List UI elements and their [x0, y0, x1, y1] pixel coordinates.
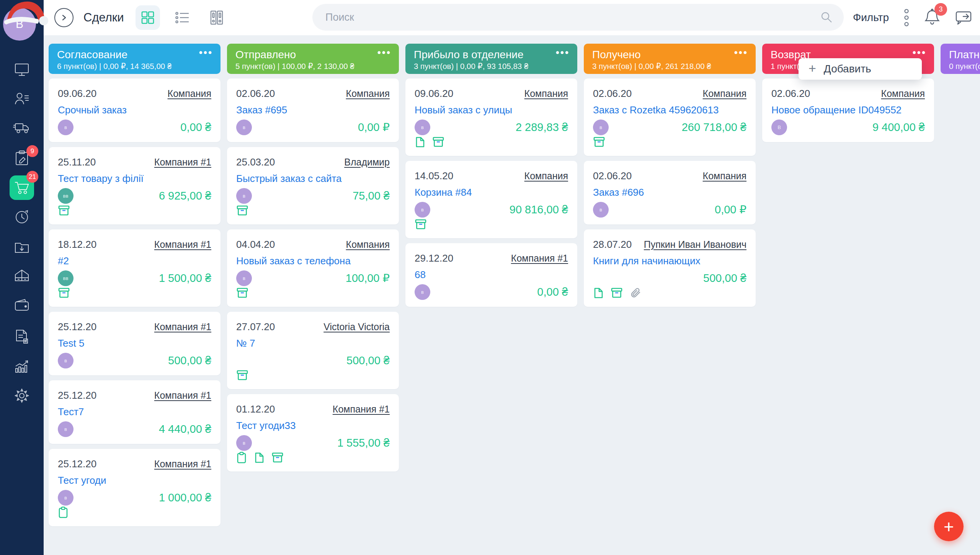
sidebar-item-documents[interactable]	[0, 328, 44, 347]
sidebar-item-history[interactable]	[0, 209, 44, 226]
column-header[interactable]: Прибыло в отделение 3 пункт(ов) | 0,00 ₽…	[405, 44, 577, 74]
file-icon	[415, 136, 425, 150]
view-kanban-button[interactable]	[136, 5, 160, 30]
deal-card[interactable]: 25.11.20 Компания #1 Тест товару з філії…	[49, 147, 220, 224]
company-link[interactable]: Компания	[168, 88, 211, 99]
kebab-menu-icon[interactable]	[903, 9, 910, 26]
deal-card[interactable]: 25.03.20 Владимир Быстрый заказ с сайта …	[227, 147, 399, 224]
deal-date: 01.12.20	[236, 403, 275, 415]
sidebar-item-inbox[interactable]	[0, 239, 44, 256]
deal-card[interactable]: 09.06.20 Компания Новый заказ с улицы в2…	[405, 79, 577, 156]
sidebar-item-warehouse[interactable]	[0, 267, 44, 285]
company-link[interactable]: Компания	[346, 88, 390, 99]
deal-title-link[interactable]: Тест товару з філії	[58, 173, 211, 185]
view-list-button[interactable]	[170, 5, 194, 30]
column-header[interactable]: Получено 3 пункт(ов) | 0,00 ₽, 261 218,0…	[584, 44, 756, 74]
filter-button[interactable]: Фильтр	[853, 11, 889, 24]
column-menu-icon[interactable]: •••	[556, 51, 570, 54]
deal-card[interactable]: 25.12.20 Компания #1 Тест угоди в1 000,0…	[49, 449, 220, 526]
deal-title-link[interactable]: Тест угоди33	[236, 420, 390, 432]
binders-icon	[209, 10, 224, 25]
company-link[interactable]: Пупкин Иван Иванович	[644, 239, 746, 250]
sidebar-item-orders[interactable]: 21	[0, 175, 44, 200]
deal-title-link[interactable]: Новый заказ с улицы	[415, 104, 568, 116]
deal-card[interactable]: 27.07.20 Victoria Victoria № 7 500,00 ₴	[227, 312, 399, 389]
deal-date: 29.12.20	[415, 252, 453, 264]
collapse-sidebar-button[interactable]	[54, 8, 74, 27]
deal-title-link[interactable]: 68	[415, 269, 568, 281]
deal-card[interactable]: 02.06.20 Компания Заказ #695 в0,00 ₽	[227, 79, 399, 142]
column-menu-icon[interactable]: •••	[377, 51, 391, 54]
archive-icon	[236, 370, 248, 383]
company-link[interactable]: Компания #1	[333, 404, 390, 415]
company-link[interactable]: Компания	[346, 239, 390, 250]
company-link[interactable]: Компания #1	[154, 321, 211, 332]
deal-title-link[interactable]: Новое обращение ID049552	[771, 104, 925, 116]
deal-card[interactable]: 25.12.20 Компания #1 Test 5 в500,00 ₴	[49, 312, 220, 375]
sidebar-item-payments[interactable]	[0, 298, 44, 314]
company-link[interactable]: Victoria Victoria	[323, 321, 390, 332]
deal-title-link[interactable]: Новый заказ с телефона	[236, 255, 390, 267]
company-link[interactable]: Компания #1	[154, 239, 211, 250]
deal-card[interactable]: 14.05.20 Компания Корзина #84 в90 816,00…	[405, 161, 577, 238]
company-link[interactable]: Владимир	[344, 157, 390, 168]
search-input[interactable]	[312, 11, 820, 23]
deal-card[interactable]: 09.06.20 Компания Срочный заказ в0,00 ₴	[49, 79, 220, 142]
deal-amount: 0,00 ₴	[537, 286, 568, 298]
sidebar-item-tasks[interactable]: 9	[0, 150, 44, 168]
deal-title-link[interactable]: #2	[58, 255, 211, 267]
company-link[interactable]: Компания	[703, 170, 746, 182]
deal-card[interactable]: 02.06.20 Компания Заказ с Rozetka 459620…	[584, 79, 756, 156]
deal-card[interactable]: 29.12.20 Компания #1 68 в0,00 ₴	[405, 243, 577, 307]
deal-title-link[interactable]: Тест угоди	[58, 475, 211, 486]
deal-title-link[interactable]: Test 5	[58, 337, 211, 349]
deal-title-link[interactable]: Заказ #695	[236, 104, 390, 116]
column-header[interactable]: Отправлено 5 пункт(ов) | 100,00 ₽, 2 130…	[227, 44, 399, 74]
company-link[interactable]: Компания	[881, 88, 925, 99]
deal-date: 25.03.20	[236, 156, 275, 168]
add-card-popup[interactable]: + Добавить	[799, 58, 922, 80]
company-link[interactable]: Компания #1	[154, 157, 211, 168]
sidebar-item-shipping[interactable]	[0, 120, 44, 137]
column-menu-icon[interactable]: •••	[734, 51, 748, 54]
sidebar-item-dashboard[interactable]	[0, 62, 44, 79]
card-list: 02.06.20 Компания Заказ с Rozetka 459620…	[584, 79, 756, 307]
kanban-board[interactable]: Согласование 6 пункт(ов) | 0,00 ₽, 14 36…	[44, 35, 980, 555]
notifications-button[interactable]: 3	[924, 8, 940, 27]
company-link[interactable]: Компания #1	[154, 458, 211, 470]
column-menu-icon[interactable]: •••	[199, 51, 213, 54]
company-link[interactable]: Компания	[524, 88, 568, 99]
deal-card[interactable]: 02.06.20 Компания Новое обращение ID0495…	[762, 79, 934, 142]
deal-card[interactable]: 25.12.20 Компания #1 Тест7 в4 440,00 ₴	[49, 380, 220, 444]
avatar[interactable]: В	[3, 8, 36, 41]
document-icon	[14, 328, 30, 347]
deal-card[interactable]: 01.12.20 Компания #1 Тест угоди33 в1 555…	[227, 394, 399, 472]
sidebar-item-settings[interactable]	[0, 388, 44, 405]
column-header[interactable]: Платное 0 пункт(ов) •••	[941, 44, 980, 74]
deal-title-link[interactable]: Заказ #696	[593, 187, 746, 198]
sidebar-item-clients[interactable]	[0, 90, 44, 108]
deal-title-link[interactable]: Корзина #84	[415, 187, 568, 198]
add-deal-fab[interactable]: +	[934, 512, 964, 541]
deal-card[interactable]: 18.12.20 Компания #1 #2 вв1 500,00 ₴	[49, 229, 220, 307]
deal-card[interactable]: 28.07.20 Пупкин Иван Иванович Книги для …	[584, 229, 756, 307]
view-archive-button[interactable]	[204, 5, 229, 30]
deal-title-link[interactable]: Быстрый заказ с сайта	[236, 173, 390, 185]
sidebar-item-analytics[interactable]	[0, 359, 44, 376]
deal-title-link[interactable]: Заказ с Rozetka 459620613	[593, 104, 746, 116]
column-header[interactable]: Согласование 6 пункт(ов) | 0,00 ₽, 14 36…	[49, 44, 220, 74]
deal-card[interactable]: 02.06.20 Компания Заказ #696 в0,00 ₽	[584, 161, 756, 224]
company-link[interactable]: Компания #1	[154, 390, 211, 401]
logout-chat-icon[interactable]	[955, 10, 972, 26]
company-link[interactable]: Компания	[524, 170, 568, 182]
deal-title-link[interactable]: Книги для начинающих	[593, 255, 746, 267]
company-link[interactable]: Компания #1	[511, 253, 568, 264]
deal-title-link[interactable]: Срочный заказ	[58, 104, 211, 116]
santa-hat-icon	[2, 0, 48, 26]
card-list: 02.06.20 Компания Заказ #695 в0,00 ₽ 25.…	[227, 79, 399, 472]
column-menu-icon[interactable]: •••	[913, 51, 926, 54]
deal-title-link[interactable]: № 7	[236, 337, 390, 349]
deal-title-link[interactable]: Тест7	[58, 406, 211, 418]
company-link[interactable]: Компания	[703, 88, 746, 99]
deal-card[interactable]: 04.04.20 Компания Новый заказ с телефона…	[227, 229, 399, 307]
